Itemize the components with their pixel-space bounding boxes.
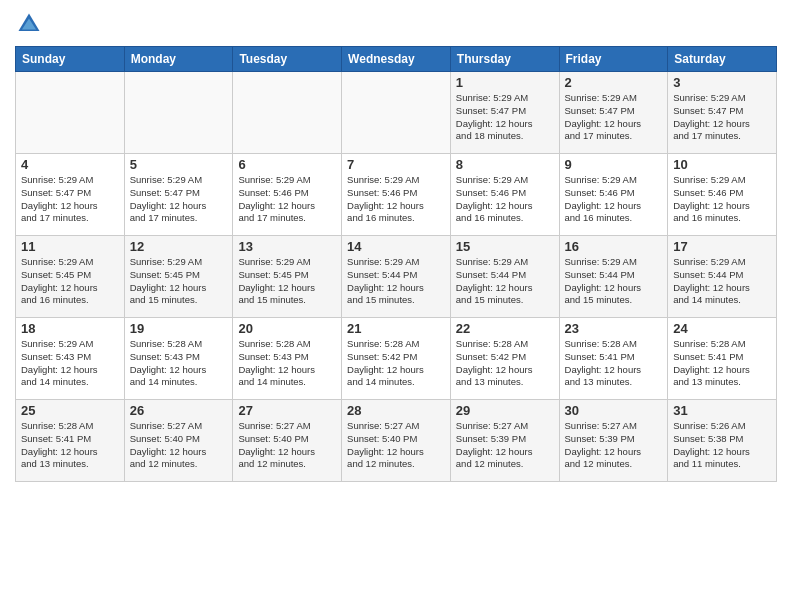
calendar-cell bbox=[124, 72, 233, 154]
day-number: 25 bbox=[21, 403, 119, 418]
page-container: SundayMondayTuesdayWednesdayThursdayFrid… bbox=[0, 0, 792, 492]
calendar-cell: 22Sunrise: 5:28 AM Sunset: 5:42 PM Dayli… bbox=[450, 318, 559, 400]
logo bbox=[15, 10, 47, 38]
day-info: Sunrise: 5:29 AM Sunset: 5:46 PM Dayligh… bbox=[565, 174, 663, 225]
day-info: Sunrise: 5:27 AM Sunset: 5:40 PM Dayligh… bbox=[347, 420, 445, 471]
calendar-cell: 29Sunrise: 5:27 AM Sunset: 5:39 PM Dayli… bbox=[450, 400, 559, 482]
day-number: 1 bbox=[456, 75, 554, 90]
day-number: 24 bbox=[673, 321, 771, 336]
day-info: Sunrise: 5:29 AM Sunset: 5:43 PM Dayligh… bbox=[21, 338, 119, 389]
day-info: Sunrise: 5:28 AM Sunset: 5:41 PM Dayligh… bbox=[21, 420, 119, 471]
header bbox=[15, 10, 777, 38]
day-info: Sunrise: 5:29 AM Sunset: 5:47 PM Dayligh… bbox=[565, 92, 663, 143]
calendar-week-2: 4Sunrise: 5:29 AM Sunset: 5:47 PM Daylig… bbox=[16, 154, 777, 236]
day-number: 7 bbox=[347, 157, 445, 172]
calendar-cell: 3Sunrise: 5:29 AM Sunset: 5:47 PM Daylig… bbox=[668, 72, 777, 154]
calendar-cell bbox=[342, 72, 451, 154]
day-info: Sunrise: 5:29 AM Sunset: 5:47 PM Dayligh… bbox=[456, 92, 554, 143]
day-info: Sunrise: 5:29 AM Sunset: 5:46 PM Dayligh… bbox=[456, 174, 554, 225]
day-number: 31 bbox=[673, 403, 771, 418]
calendar-cell: 28Sunrise: 5:27 AM Sunset: 5:40 PM Dayli… bbox=[342, 400, 451, 482]
calendar-week-1: 1Sunrise: 5:29 AM Sunset: 5:47 PM Daylig… bbox=[16, 72, 777, 154]
weekday-header-row: SundayMondayTuesdayWednesdayThursdayFrid… bbox=[16, 47, 777, 72]
day-number: 29 bbox=[456, 403, 554, 418]
calendar-week-4: 18Sunrise: 5:29 AM Sunset: 5:43 PM Dayli… bbox=[16, 318, 777, 400]
calendar-cell: 16Sunrise: 5:29 AM Sunset: 5:44 PM Dayli… bbox=[559, 236, 668, 318]
day-number: 23 bbox=[565, 321, 663, 336]
logo-icon bbox=[15, 10, 43, 38]
calendar-week-5: 25Sunrise: 5:28 AM Sunset: 5:41 PM Dayli… bbox=[16, 400, 777, 482]
day-info: Sunrise: 5:29 AM Sunset: 5:46 PM Dayligh… bbox=[347, 174, 445, 225]
calendar-cell: 27Sunrise: 5:27 AM Sunset: 5:40 PM Dayli… bbox=[233, 400, 342, 482]
day-info: Sunrise: 5:29 AM Sunset: 5:45 PM Dayligh… bbox=[130, 256, 228, 307]
day-number: 17 bbox=[673, 239, 771, 254]
day-info: Sunrise: 5:29 AM Sunset: 5:45 PM Dayligh… bbox=[238, 256, 336, 307]
day-info: Sunrise: 5:29 AM Sunset: 5:46 PM Dayligh… bbox=[673, 174, 771, 225]
calendar-cell: 30Sunrise: 5:27 AM Sunset: 5:39 PM Dayli… bbox=[559, 400, 668, 482]
calendar-cell: 8Sunrise: 5:29 AM Sunset: 5:46 PM Daylig… bbox=[450, 154, 559, 236]
day-number: 30 bbox=[565, 403, 663, 418]
calendar-cell: 6Sunrise: 5:29 AM Sunset: 5:46 PM Daylig… bbox=[233, 154, 342, 236]
weekday-header-saturday: Saturday bbox=[668, 47, 777, 72]
day-number: 15 bbox=[456, 239, 554, 254]
day-info: Sunrise: 5:29 AM Sunset: 5:44 PM Dayligh… bbox=[456, 256, 554, 307]
weekday-header-sunday: Sunday bbox=[16, 47, 125, 72]
day-number: 12 bbox=[130, 239, 228, 254]
day-number: 26 bbox=[130, 403, 228, 418]
day-info: Sunrise: 5:28 AM Sunset: 5:42 PM Dayligh… bbox=[456, 338, 554, 389]
day-number: 27 bbox=[238, 403, 336, 418]
day-info: Sunrise: 5:28 AM Sunset: 5:41 PM Dayligh… bbox=[565, 338, 663, 389]
calendar-cell: 13Sunrise: 5:29 AM Sunset: 5:45 PM Dayli… bbox=[233, 236, 342, 318]
calendar-cell: 18Sunrise: 5:29 AM Sunset: 5:43 PM Dayli… bbox=[16, 318, 125, 400]
day-number: 20 bbox=[238, 321, 336, 336]
day-info: Sunrise: 5:29 AM Sunset: 5:46 PM Dayligh… bbox=[238, 174, 336, 225]
calendar-cell: 31Sunrise: 5:26 AM Sunset: 5:38 PM Dayli… bbox=[668, 400, 777, 482]
calendar-cell: 7Sunrise: 5:29 AM Sunset: 5:46 PM Daylig… bbox=[342, 154, 451, 236]
day-info: Sunrise: 5:27 AM Sunset: 5:39 PM Dayligh… bbox=[456, 420, 554, 471]
weekday-header-thursday: Thursday bbox=[450, 47, 559, 72]
calendar-cell: 2Sunrise: 5:29 AM Sunset: 5:47 PM Daylig… bbox=[559, 72, 668, 154]
weekday-header-friday: Friday bbox=[559, 47, 668, 72]
day-number: 14 bbox=[347, 239, 445, 254]
day-number: 4 bbox=[21, 157, 119, 172]
day-number: 18 bbox=[21, 321, 119, 336]
day-number: 10 bbox=[673, 157, 771, 172]
calendar-cell: 15Sunrise: 5:29 AM Sunset: 5:44 PM Dayli… bbox=[450, 236, 559, 318]
day-number: 5 bbox=[130, 157, 228, 172]
calendar-cell: 26Sunrise: 5:27 AM Sunset: 5:40 PM Dayli… bbox=[124, 400, 233, 482]
calendar-cell: 24Sunrise: 5:28 AM Sunset: 5:41 PM Dayli… bbox=[668, 318, 777, 400]
calendar-cell: 9Sunrise: 5:29 AM Sunset: 5:46 PM Daylig… bbox=[559, 154, 668, 236]
day-info: Sunrise: 5:29 AM Sunset: 5:45 PM Dayligh… bbox=[21, 256, 119, 307]
day-number: 3 bbox=[673, 75, 771, 90]
day-info: Sunrise: 5:29 AM Sunset: 5:47 PM Dayligh… bbox=[130, 174, 228, 225]
day-number: 2 bbox=[565, 75, 663, 90]
day-number: 6 bbox=[238, 157, 336, 172]
day-info: Sunrise: 5:27 AM Sunset: 5:40 PM Dayligh… bbox=[130, 420, 228, 471]
calendar-cell: 19Sunrise: 5:28 AM Sunset: 5:43 PM Dayli… bbox=[124, 318, 233, 400]
day-info: Sunrise: 5:29 AM Sunset: 5:44 PM Dayligh… bbox=[565, 256, 663, 307]
day-number: 9 bbox=[565, 157, 663, 172]
calendar-cell: 20Sunrise: 5:28 AM Sunset: 5:43 PM Dayli… bbox=[233, 318, 342, 400]
day-number: 22 bbox=[456, 321, 554, 336]
day-number: 13 bbox=[238, 239, 336, 254]
day-info: Sunrise: 5:28 AM Sunset: 5:41 PM Dayligh… bbox=[673, 338, 771, 389]
day-number: 8 bbox=[456, 157, 554, 172]
calendar-cell: 17Sunrise: 5:29 AM Sunset: 5:44 PM Dayli… bbox=[668, 236, 777, 318]
calendar-cell: 23Sunrise: 5:28 AM Sunset: 5:41 PM Dayli… bbox=[559, 318, 668, 400]
day-number: 21 bbox=[347, 321, 445, 336]
calendar-cell: 12Sunrise: 5:29 AM Sunset: 5:45 PM Dayli… bbox=[124, 236, 233, 318]
day-info: Sunrise: 5:28 AM Sunset: 5:43 PM Dayligh… bbox=[130, 338, 228, 389]
day-info: Sunrise: 5:29 AM Sunset: 5:47 PM Dayligh… bbox=[21, 174, 119, 225]
calendar-cell: 5Sunrise: 5:29 AM Sunset: 5:47 PM Daylig… bbox=[124, 154, 233, 236]
day-number: 28 bbox=[347, 403, 445, 418]
day-info: Sunrise: 5:27 AM Sunset: 5:39 PM Dayligh… bbox=[565, 420, 663, 471]
calendar-cell bbox=[233, 72, 342, 154]
day-info: Sunrise: 5:28 AM Sunset: 5:43 PM Dayligh… bbox=[238, 338, 336, 389]
day-number: 19 bbox=[130, 321, 228, 336]
calendar-cell: 25Sunrise: 5:28 AM Sunset: 5:41 PM Dayli… bbox=[16, 400, 125, 482]
calendar-cell: 10Sunrise: 5:29 AM Sunset: 5:46 PM Dayli… bbox=[668, 154, 777, 236]
calendar-cell: 21Sunrise: 5:28 AM Sunset: 5:42 PM Dayli… bbox=[342, 318, 451, 400]
day-number: 16 bbox=[565, 239, 663, 254]
day-info: Sunrise: 5:29 AM Sunset: 5:44 PM Dayligh… bbox=[347, 256, 445, 307]
calendar-cell: 11Sunrise: 5:29 AM Sunset: 5:45 PM Dayli… bbox=[16, 236, 125, 318]
